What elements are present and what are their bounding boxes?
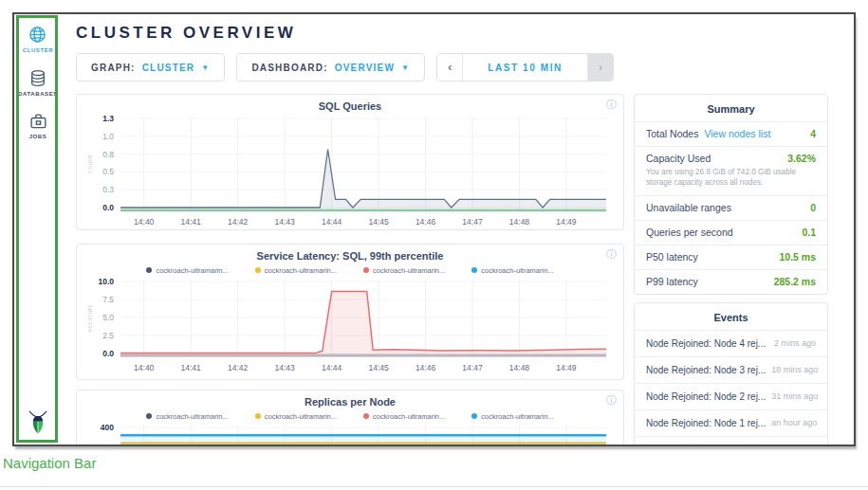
summary-row-label-group: Queries per second <box>646 227 733 238</box>
x-axis-tick: 14:43 <box>274 217 294 227</box>
y-axis-tick: 400 <box>101 423 114 432</box>
sidebar-item-label: DATABASES <box>18 91 58 97</box>
x-axis-tick: 14:42 <box>228 363 248 372</box>
legend-item: cockroach-ultramarin... <box>255 264 337 276</box>
y-axis-tick: 0.0 <box>102 203 114 212</box>
summary-row-line: P99 latency285.2 ms <box>646 276 816 287</box>
dashboard-dropdown-value: OVERVIEW <box>335 63 395 73</box>
summary-row-value: 0.1 <box>802 227 816 238</box>
graph-dropdown-label: GRAPH: <box>91 63 136 73</box>
chart-title: Service Latency: SQL, 99th percentile <box>86 250 614 263</box>
event-row: Node Rejoined: Node 3 rej...18 mins ago <box>635 356 827 383</box>
y-axis-tick: 0.5 <box>102 167 114 176</box>
summary-row-line: Capacity Used3.62% <box>646 153 816 164</box>
summary-row-value: 3.62% <box>787 153 816 164</box>
summary-panel: Summary Total NodesView nodes list4Capac… <box>634 94 828 295</box>
sidebar-item-cluster[interactable]: CLUSTER <box>23 26 54 53</box>
graph-dropdown-value: CLUSTER <box>142 63 195 73</box>
y-axis-label: seconds <box>86 304 93 333</box>
x-axis-tick: 14:44 <box>322 363 342 372</box>
legend-label: cockroach-ultramarin... <box>481 266 553 275</box>
x-axis-tick: 14:49 <box>556 363 576 372</box>
event-time: 2 mins ago <box>774 338 816 348</box>
event-time: an hour ago <box>771 445 817 446</box>
chevron-down-icon: ▼ <box>201 64 210 72</box>
x-axis-tick: 14:46 <box>416 363 435 372</box>
legend-label: cockroach-ultramarin... <box>265 266 337 275</box>
legend-item: cockroach-ultramarin... <box>471 264 553 276</box>
briefcase-icon <box>29 113 47 130</box>
summary-row-value: 4 <box>810 128 816 139</box>
legend-dot <box>255 267 261 273</box>
summary-row-line: Unavailable ranges0 <box>646 202 816 213</box>
summary-row-label: Total Nodes <box>646 128 698 139</box>
chart-title: Replicas per Node <box>86 396 614 408</box>
graph-dropdown[interactable]: GRAPH: CLUSTER ▼ <box>76 53 225 82</box>
dashboard-dropdown[interactable]: DASHBOARD: OVERVIEW ▼ <box>236 53 425 82</box>
content-area: SQL Queriesⓘ1.31.00.80.50.30.0count14:40… <box>76 94 854 446</box>
view-nodes-list-link[interactable]: View nodes list <box>704 128 770 139</box>
chart-title: SQL Queries <box>86 100 614 113</box>
globe-icon <box>28 26 46 44</box>
x-axis-tick: 14:47 <box>462 217 482 227</box>
legend-label: cockroach-ultramarin... <box>156 412 228 421</box>
events-title: Events <box>635 303 827 330</box>
navigation-bar-caption: Navigation Bar <box>3 455 96 471</box>
legend-item: cockroach-ultramarin... <box>146 264 228 276</box>
x-axis-tick: 14:40 <box>134 217 154 227</box>
page-title: CLUSTER OVERVIEW <box>76 24 854 43</box>
x-axis-tick: 14:46 <box>416 217 435 227</box>
x-axis-tick: 14:48 <box>509 217 529 227</box>
summary-row-label-group: P50 latency <box>646 251 698 263</box>
cockroachdb-logo[interactable] <box>27 409 49 439</box>
summary-row-label-group: Capacity Used <box>646 153 711 164</box>
y-axis-tick: 2.5 <box>102 331 114 340</box>
summary-row-label: P50 latency <box>646 251 698 263</box>
info-icon[interactable]: ⓘ <box>606 100 617 110</box>
y-axis-tick: 1.3 <box>102 114 114 123</box>
sidebar-item-jobs[interactable]: JOBS <box>29 113 47 139</box>
app-window: CLUSTER DATABASES JOBS <box>12 12 856 446</box>
y-axis-tick: 0.8 <box>102 150 114 159</box>
legend-item: cockroach-ultramarin... <box>255 410 337 422</box>
event-time: 18 mins ago <box>771 365 818 374</box>
sidebar-item-databases[interactable]: DATABASES <box>18 69 58 97</box>
legend-dot <box>146 413 152 419</box>
x-axis: 14:4014:4114:4214:4314:4414:4514:4614:47… <box>120 213 606 228</box>
summary-row-label-group: Total NodesView nodes list <box>646 128 770 139</box>
legend-dot <box>146 267 152 273</box>
legend-label: cockroach-ultramarin... <box>265 412 337 421</box>
y-axis-label: count <box>86 154 93 173</box>
legend-dot <box>255 413 261 419</box>
x-axis-tick: 14:43 <box>274 363 294 372</box>
event-time: 31 mins ago <box>771 391 818 401</box>
legend-item: cockroach-ultramarin... <box>363 264 445 276</box>
info-icon[interactable]: ⓘ <box>606 249 617 260</box>
chart-panel-2: Service Latency: SQL, 99th percentileⓘco… <box>76 244 624 380</box>
event-label: Node Rejoined: Node 3 rej... <box>646 365 766 375</box>
info-icon[interactable]: ⓘ <box>606 395 617 406</box>
event-label: Node Rejoined: Node 4 rej... <box>646 338 766 349</box>
event-label: Node Rejoined: Node 2 rej... <box>646 391 766 402</box>
event-row: Node Rejoined: Node 1 rej...an hour ago <box>635 409 827 436</box>
time-range-label[interactable]: LAST 10 MIN <box>463 54 587 81</box>
chart-canvas <box>120 424 606 446</box>
x-axis-tick: 14:45 <box>368 217 388 227</box>
x-axis-tick: 14:48 <box>509 363 529 372</box>
charts-column: SQL Queriesⓘ1.31.00.80.50.30.0count14:40… <box>76 94 624 446</box>
time-range-prev-button[interactable]: ‹ <box>437 54 463 81</box>
y-axis-tick: 0.3 <box>102 185 114 194</box>
x-axis-tick: 14:42 <box>228 217 248 227</box>
legend-dot <box>471 413 477 419</box>
y-axis-tick: 5.0 <box>102 313 114 322</box>
toolbar: GRAPH: CLUSTER ▼ DASHBOARD: OVERVIEW ▼ ‹… <box>76 53 854 82</box>
sidebar-item-label: JOBS <box>29 134 47 139</box>
summary-row-label: Unavailable ranges <box>646 202 731 213</box>
summary-row-label-group: Unavailable ranges <box>646 202 731 213</box>
y-axis-tick: 7.5 <box>102 295 114 304</box>
summary-row: P50 latency10.5 ms <box>635 245 827 269</box>
summary-row-label: Queries per second <box>646 227 733 238</box>
capacity-note: You are using 26.8 GiB of 742.0 GiB usab… <box>646 167 816 189</box>
summary-row-label: P99 latency <box>646 276 698 287</box>
x-axis-tick: 14:40 <box>134 363 154 372</box>
